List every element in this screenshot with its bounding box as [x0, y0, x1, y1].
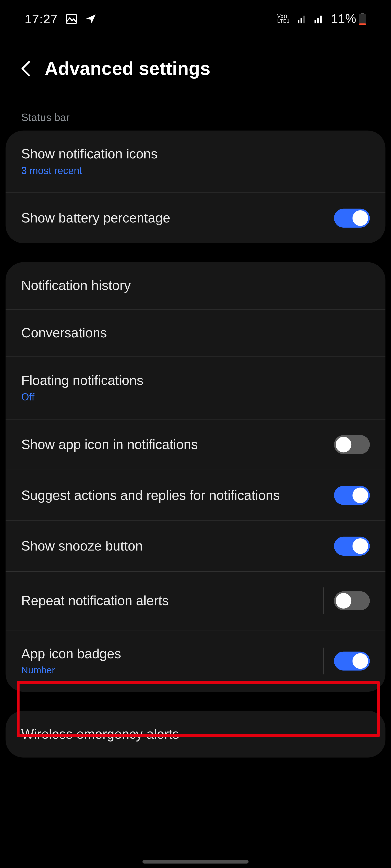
send-icon	[85, 14, 96, 24]
toggle-show-snooze-button[interactable]	[334, 537, 370, 556]
divider	[324, 587, 324, 614]
status-bar-right: Vo))LTE1 11%	[277, 12, 366, 26]
row-wireless-emergency-alerts[interactable]: Wireless emergency alerts	[5, 711, 385, 757]
row-title: App icon badges	[21, 646, 121, 661]
card-emergency: Wireless emergency alerts	[5, 711, 385, 757]
volte-icon: Vo))LTE1	[277, 14, 290, 24]
svg-rect-2	[300, 18, 302, 23]
row-title: Wireless emergency alerts	[21, 726, 179, 742]
toggle-show-app-icon-in-notifications[interactable]	[334, 435, 370, 454]
status-bar: 17:27 Vo))LTE1 11%	[0, 0, 391, 32]
battery-indicator: 11%	[331, 12, 366, 26]
svg-rect-0	[66, 14, 76, 23]
signal-icon-2	[314, 14, 324, 23]
status-bar-left: 17:27	[25, 11, 96, 26]
toggle-show-battery-percentage[interactable]	[334, 209, 370, 227]
row-suggest-actions-and-replies[interactable]: Suggest actions and replies for notifica…	[5, 470, 385, 521]
row-title: Show notification icons	[21, 146, 158, 162]
row-subtitle: Off	[21, 392, 143, 403]
row-show-app-icon-in-notifications[interactable]: Show app icon in notifications	[5, 419, 385, 470]
row-conversations[interactable]: Conversations	[5, 309, 385, 356]
section-label-status-bar: Status bar	[0, 93, 391, 130]
svg-rect-5	[317, 18, 319, 23]
row-title: Show battery percentage	[21, 210, 170, 226]
page-title: Advanced settings	[45, 58, 211, 79]
row-title: Show snooze button	[21, 538, 143, 554]
row-title: Conversations	[21, 325, 107, 341]
row-repeat-notification-alerts[interactable]: Repeat notification alerts	[5, 571, 385, 630]
signal-icon	[298, 14, 306, 23]
row-app-icon-badges[interactable]: App icon badges Number	[5, 630, 385, 692]
row-title: Show app icon in notifications	[21, 437, 198, 453]
svg-rect-6	[320, 16, 322, 23]
toggle-app-icon-badges[interactable]	[334, 652, 370, 671]
row-subtitle: Number	[21, 665, 121, 676]
svg-rect-1	[298, 20, 299, 23]
gesture-bar[interactable]	[142, 860, 248, 864]
divider	[324, 648, 324, 675]
status-time: 17:27	[25, 11, 58, 26]
row-subtitle: 3 most recent	[21, 165, 158, 177]
card-notifications: Notification history Conversations Float…	[5, 262, 385, 692]
back-icon[interactable]	[20, 60, 31, 78]
toggle-suggest-actions-and-replies[interactable]	[334, 486, 370, 505]
row-title: Suggest actions and replies for notifica…	[21, 488, 280, 503]
row-floating-notifications[interactable]: Floating notifications Off	[5, 356, 385, 419]
row-show-snooze-button[interactable]: Show snooze button	[5, 521, 385, 571]
row-title: Notification history	[21, 278, 131, 293]
row-title: Floating notifications	[21, 373, 143, 388]
svg-rect-4	[314, 20, 316, 23]
page-header: Advanced settings	[0, 32, 391, 93]
battery-percentage-text: 11%	[331, 12, 356, 26]
svg-rect-3	[303, 16, 305, 23]
toggle-repeat-notification-alerts[interactable]	[334, 591, 370, 610]
row-show-battery-percentage[interactable]: Show battery percentage	[5, 192, 385, 243]
svg-rect-7	[361, 13, 364, 14]
row-notification-history[interactable]: Notification history	[5, 262, 385, 309]
row-title: Repeat notification alerts	[21, 593, 169, 609]
card-status-bar: Show notification icons 3 most recent Sh…	[5, 130, 385, 243]
svg-rect-9	[359, 23, 366, 25]
row-show-notification-icons[interactable]: Show notification icons 3 most recent	[5, 130, 385, 192]
image-icon	[65, 14, 77, 24]
